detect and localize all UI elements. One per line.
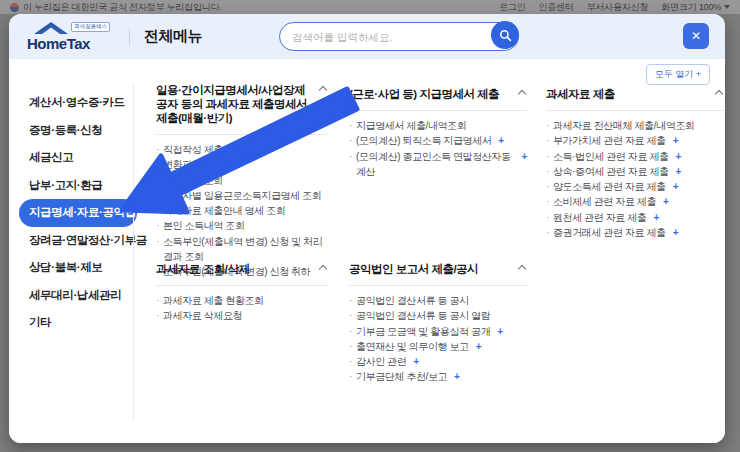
bullet: · [349,339,352,354]
section-divider [349,110,527,111]
chevron-down-icon [724,5,730,9]
menu-item[interactable]: ·원천세 관련 자료 제출+ [546,210,724,225]
menu-item[interactable]: ·과세자료 제출 현황조회 [156,293,328,308]
plus-icon: + [673,225,678,240]
chevron-up-icon[interactable] [715,90,723,98]
menu-item[interactable]: ·감사인 관련+ [349,354,527,369]
menu-item[interactable]: ·(모의계산) 퇴직소득 지급명세서+ [349,133,527,148]
plus-icon: + [676,164,681,179]
section-taxdata-view-delete: 과세자료 조회/삭제 ·과세자료 제출 현황조회 ·과세자료 삭제요청 [156,262,328,324]
menu-item[interactable]: ·제출내역 조회 [156,173,328,188]
section-title[interactable]: 공익법인 보고서 제출/공시 [349,262,527,276]
bullet: · [546,118,549,133]
bullet: · [156,293,159,308]
screen-zoom-control[interactable]: 화면크기 100% [661,1,730,14]
menu-item[interactable]: ·소득자별 일용근로소득지급명세 조회 [156,188,328,203]
bullet: · [546,164,549,179]
menu-item[interactable]: ·소비제세 관련 자료 제출+ [546,194,724,209]
bullet: · [156,142,159,157]
menu-item[interactable]: ·과세자료 제출안내 명세 조회 [156,203,328,218]
section-divider [349,285,527,286]
expand-all-button[interactable]: 모두 열기 + [646,64,710,85]
login-link[interactable]: 로그인 [499,1,525,14]
menu-item[interactable]: ·지급명세서 제출/내역조회 [349,118,527,133]
section-title[interactable]: 과세자료 조회/삭제 [156,262,328,276]
section-daily-statement: 일용·간이지급명세서/사업장제공자 등의 과세자료 제출명세서 제출(매월·반기… [156,83,328,280]
auth-center-link[interactable]: 인증센터 [538,1,573,14]
sidebar-item-tax-agent[interactable]: 세무대리·납세관리 [19,282,137,310]
bullet: · [349,324,352,339]
menu-item[interactable]: ·상속·증여세 관련 자료 제출+ [546,164,724,179]
screen-zoom-label: 화면크기 100% [661,1,721,14]
hometax-logo[interactable]: HomeTax 국세청홈택스 [27,21,119,53]
bullet: · [546,179,549,194]
menu-item[interactable]: ·(모의계산) 종교인소득 연말정산자동계산+ [349,149,527,180]
korea-flag-icon [10,3,19,12]
bullet: · [156,308,159,323]
plus-icon: + [663,194,668,209]
sidebar-item-payment-statement-active[interactable]: 지급명세·자료·공익법인 [19,199,137,227]
menu-item[interactable]: ·기부금단체 추천/보고+ [349,369,527,384]
menu-item[interactable]: ·과세자료 삭제요청 [156,308,328,323]
menu-item[interactable]: ·공익법인 결산서류 등 공시 [349,293,527,308]
plus-icon: + [454,369,459,384]
bullet: · [349,293,352,308]
bullet: · [156,188,159,203]
bullet: · [156,157,159,172]
section-divider [546,110,724,111]
full-menu-modal: HomeTax 국세청홈택스 전체메뉴 ✕ 모두 열기 + 계산서·영수증·카드… [9,14,725,443]
menu-item[interactable]: ·소득·법인세 관련 자료 제출+ [546,149,724,164]
menu-item[interactable]: ·출연재산 및 의무이행 보고+ [349,339,527,354]
section-title[interactable]: 과세자료 제출 [546,87,724,101]
sidebar-item-certificates[interactable]: 증명·등록·신청 [19,117,137,145]
chevron-up-icon[interactable] [319,86,327,94]
bullet: · [546,149,549,164]
chevron-up-icon[interactable] [319,265,327,273]
sidebar-item-tax-return[interactable]: 세금신고 [19,144,137,172]
search-bar [279,22,519,51]
modal-header: HomeTax 국세청홈택스 전체메뉴 ✕ [9,14,725,59]
official-site-notice: 이 누리집은 대한민국 공식 전자정부 누리집입니다. [23,1,222,14]
menu-item[interactable]: ·부가가치세 관련 자료 제출+ [546,133,724,148]
sidebar-item-etc[interactable]: 기타 [19,309,137,337]
sidebar-item-incentives-yearend[interactable]: 장려금·연말정산·기부금 [19,227,137,255]
chevron-up-icon[interactable] [518,265,526,273]
roof-icon [33,21,69,35]
menu-item[interactable]: ·공익법인 결산서류 등 공시 열람 [349,308,527,323]
section-public-corp-report: 공익법인 보고서 제출/공시 ·공익법인 결산서류 등 공시 ·공익법인 결산서… [349,262,527,385]
menu-item[interactable]: ·양도소득세 관련 자료 제출+ [546,179,724,194]
sidebar-item-payment-notice-refund[interactable]: 납부·고지·환급 [19,172,137,200]
plus-icon: + [476,339,481,354]
section-divider [156,285,328,286]
menu-item[interactable]: ·직접작성 제출 [156,142,328,157]
menu-item[interactable]: ·기부금 모금액 및 활용실적 공개+ [349,324,527,339]
dept-user-link[interactable]: 부서사용자신청 [587,1,649,14]
bullet: · [349,369,352,384]
sidebar-item-consultation[interactable]: 상담·불복·제보 [19,254,137,282]
search-input[interactable] [292,31,488,43]
category-sidebar: 계산서·영수증·카드 증명·등록·신청 세금신고 납부·고지·환급 지급명세·자… [19,89,137,337]
menu-item[interactable]: ·과세자료 전산매체 제출/내역조회 [546,118,724,133]
sidebar-item-invoice-receipt-card[interactable]: 계산서·영수증·카드 [19,89,137,117]
header-divider [129,29,130,45]
menu-item[interactable]: ·본인 소득내역 조회 [156,218,328,233]
plus-icon: + [676,149,681,164]
search-button[interactable] [491,21,519,49]
close-button[interactable]: ✕ [683,23,709,49]
menu-item[interactable]: ·소득부인(제출내역 변경) 신청 및 처리결과 조회 [156,234,328,265]
bullet: · [349,133,352,148]
plus-icon: + [413,354,418,369]
chevron-up-icon[interactable] [518,90,526,98]
plus-icon: + [673,179,678,194]
logo-badge: 국세청홈택스 [71,22,110,32]
menu-item[interactable]: ·변환파일 제출 [156,157,328,172]
bullet: · [349,354,352,369]
section-title[interactable]: (근로·사업 등) 지급명세서 제출 [349,87,527,101]
menu-item[interactable]: ·증권거래세 관련 자료 제출+ [546,225,724,240]
bullet: · [156,234,159,249]
section-taxdata-submit: 과세자료 제출 ·과세자료 전산매체 제출/내역조회 ·부가가치세 관련 자료 … [546,87,724,240]
search-icon [499,29,512,42]
section-divider [156,134,328,135]
logo-text: HomeTax [27,35,90,52]
section-title[interactable]: 일용·간이지급명세서/사업장제공자 등의 과세자료 제출명세서 제출(매월·반기… [156,83,328,125]
